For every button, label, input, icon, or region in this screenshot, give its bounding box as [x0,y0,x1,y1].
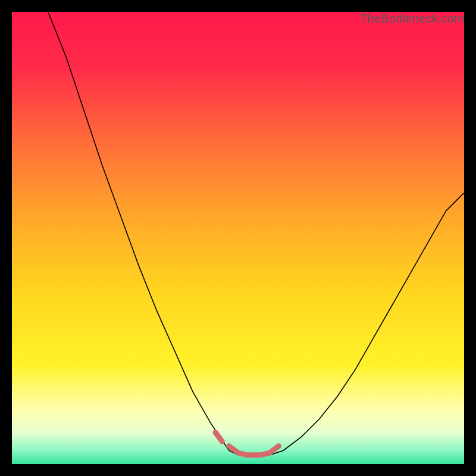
series-bottom-bar [229,446,279,455]
chart-frame: TheBottleneck.com [12,12,464,464]
series-right-curve [270,193,464,455]
watermark-text: TheBottleneck.com [360,12,464,26]
series-left-nub [215,433,222,441]
series-left-curve [48,12,238,455]
curve-layer [12,12,464,464]
